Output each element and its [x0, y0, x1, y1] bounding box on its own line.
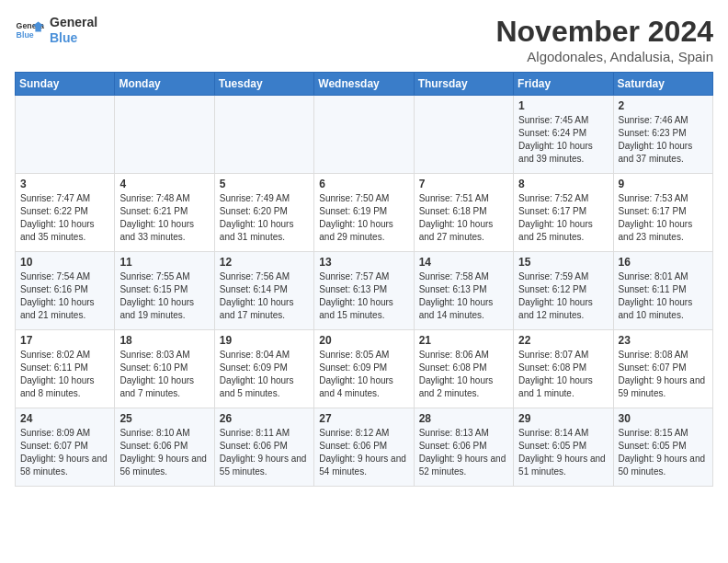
calendar-cell: 7Sunrise: 7:51 AM Sunset: 6:18 PM Daylig… [414, 174, 513, 252]
calendar-cell: 3Sunrise: 7:47 AM Sunset: 6:22 PM Daylig… [16, 174, 115, 252]
calendar-cell: 30Sunrise: 8:15 AM Sunset: 6:05 PM Dayli… [613, 408, 712, 487]
calendar-cell: 2Sunrise: 7:46 AM Sunset: 6:23 PM Daylig… [613, 96, 712, 174]
calendar-cell: 25Sunrise: 8:10 AM Sunset: 6:06 PM Dayli… [115, 408, 214, 487]
day-number: 28 [419, 412, 508, 425]
calendar-cell: 4Sunrise: 7:48 AM Sunset: 6:21 PM Daylig… [115, 174, 214, 252]
day-number: 27 [319, 412, 408, 425]
day-info: Sunrise: 8:03 AM Sunset: 6:10 PM Dayligh… [119, 349, 209, 400]
svg-text:Blue: Blue [17, 30, 34, 40]
day-info: Sunrise: 7:48 AM Sunset: 6:21 PM Dayligh… [119, 192, 209, 244]
header-cell-friday: Friday [514, 73, 613, 96]
day-info: Sunrise: 7:51 AM Sunset: 6:18 PM Dayligh… [419, 192, 508, 244]
calendar-cell: 22Sunrise: 8:07 AM Sunset: 6:08 PM Dayli… [514, 330, 613, 408]
day-number: 8 [518, 178, 608, 190]
day-number: 3 [20, 178, 109, 190]
day-number: 22 [518, 334, 608, 347]
day-number: 23 [619, 334, 708, 347]
calendar-body: 1Sunrise: 7:45 AM Sunset: 6:24 PM Daylig… [16, 96, 713, 487]
calendar-cell [115, 96, 214, 174]
day-info: Sunrise: 8:04 AM Sunset: 6:09 PM Dayligh… [220, 349, 309, 400]
day-number: 29 [518, 412, 608, 425]
calendar-cell [214, 96, 313, 174]
calendar-header: SundayMondayTuesdayWednesdayThursdayFrid… [16, 73, 713, 96]
day-info: Sunrise: 7:49 AM Sunset: 6:20 PM Dayligh… [220, 192, 309, 244]
day-info: Sunrise: 8:12 AM Sunset: 6:06 PM Dayligh… [319, 427, 408, 478]
day-info: Sunrise: 8:01 AM Sunset: 6:11 PM Dayligh… [619, 270, 708, 322]
day-number: 20 [319, 334, 408, 347]
day-number: 11 [119, 256, 209, 269]
calendar-cell: 9Sunrise: 7:53 AM Sunset: 6:17 PM Daylig… [613, 174, 712, 252]
calendar-cell: 29Sunrise: 8:14 AM Sunset: 6:05 PM Dayli… [514, 408, 613, 487]
calendar-cell: 10Sunrise: 7:54 AM Sunset: 6:16 PM Dayli… [16, 252, 115, 330]
day-number: 2 [619, 99, 708, 112]
day-number: 10 [20, 256, 109, 269]
day-info: Sunrise: 8:15 AM Sunset: 6:05 PM Dayligh… [619, 427, 708, 478]
day-number: 1 [518, 99, 608, 112]
calendar-cell: 23Sunrise: 8:08 AM Sunset: 6:07 PM Dayli… [613, 330, 712, 408]
calendar-cell: 12Sunrise: 7:56 AM Sunset: 6:14 PM Dayli… [214, 252, 313, 330]
day-number: 12 [220, 256, 309, 269]
calendar-cell: 11Sunrise: 7:55 AM Sunset: 6:15 PM Dayli… [115, 252, 214, 330]
day-info: Sunrise: 8:08 AM Sunset: 6:07 PM Dayligh… [619, 349, 708, 400]
day-number: 25 [119, 412, 209, 425]
calendar-cell: 16Sunrise: 8:01 AM Sunset: 6:11 PM Dayli… [613, 252, 712, 330]
day-info: Sunrise: 7:59 AM Sunset: 6:12 PM Dayligh… [518, 270, 608, 322]
header-cell-saturday: Saturday [613, 73, 712, 96]
day-number: 9 [619, 178, 708, 190]
day-info: Sunrise: 7:45 AM Sunset: 6:24 PM Dayligh… [518, 114, 608, 166]
calendar-cell: 1Sunrise: 7:45 AM Sunset: 6:24 PM Daylig… [514, 96, 613, 174]
day-info: Sunrise: 7:55 AM Sunset: 6:15 PM Dayligh… [119, 270, 209, 322]
day-number: 14 [419, 256, 508, 269]
week-row-4: 17Sunrise: 8:02 AM Sunset: 6:11 PM Dayli… [16, 330, 713, 408]
day-info: Sunrise: 8:02 AM Sunset: 6:11 PM Dayligh… [20, 349, 109, 400]
logo-icon: General Blue [15, 16, 44, 45]
day-info: Sunrise: 8:05 AM Sunset: 6:09 PM Dayligh… [319, 349, 408, 400]
day-number: 24 [20, 412, 109, 425]
week-row-1: 1Sunrise: 7:45 AM Sunset: 6:24 PM Daylig… [16, 96, 713, 174]
day-number: 4 [119, 178, 209, 190]
day-info: Sunrise: 8:13 AM Sunset: 6:06 PM Dayligh… [419, 427, 508, 478]
header-cell-monday: Monday [115, 73, 214, 96]
header-cell-sunday: Sunday [16, 73, 115, 96]
calendar-cell: 24Sunrise: 8:09 AM Sunset: 6:07 PM Dayli… [16, 408, 115, 487]
calendar-cell: 28Sunrise: 8:13 AM Sunset: 6:06 PM Dayli… [414, 408, 513, 487]
calendar-cell: 17Sunrise: 8:02 AM Sunset: 6:11 PM Dayli… [16, 330, 115, 408]
calendar-cell [314, 96, 414, 174]
calendar-cell: 19Sunrise: 8:04 AM Sunset: 6:09 PM Dayli… [214, 330, 313, 408]
day-number: 5 [220, 178, 309, 190]
month-title: November 2024 [495, 15, 713, 49]
day-number: 13 [319, 256, 408, 269]
day-number: 18 [119, 334, 209, 347]
calendar-cell [16, 96, 115, 174]
day-number: 17 [20, 334, 109, 347]
calendar-cell: 20Sunrise: 8:05 AM Sunset: 6:09 PM Dayli… [314, 330, 414, 408]
header-cell-thursday: Thursday [414, 73, 513, 96]
day-number: 21 [419, 334, 508, 347]
logo-blue: Blue [50, 30, 97, 46]
calendar-cell: 13Sunrise: 7:57 AM Sunset: 6:13 PM Dayli… [314, 252, 414, 330]
day-info: Sunrise: 7:57 AM Sunset: 6:13 PM Dayligh… [319, 270, 408, 322]
header-cell-tuesday: Tuesday [214, 73, 313, 96]
day-number: 6 [319, 178, 408, 190]
day-info: Sunrise: 8:07 AM Sunset: 6:08 PM Dayligh… [518, 349, 608, 400]
page-header: General Blue General Blue November 2024 … [15, 15, 713, 64]
calendar-cell: 6Sunrise: 7:50 AM Sunset: 6:19 PM Daylig… [314, 174, 414, 252]
calendar-cell: 15Sunrise: 7:59 AM Sunset: 6:12 PM Dayli… [514, 252, 613, 330]
title-block: November 2024 Algodonales, Andalusia, Sp… [495, 15, 713, 64]
day-info: Sunrise: 8:06 AM Sunset: 6:08 PM Dayligh… [419, 349, 508, 400]
day-info: Sunrise: 8:10 AM Sunset: 6:06 PM Dayligh… [119, 427, 209, 478]
logo: General Blue General Blue [15, 15, 97, 46]
day-info: Sunrise: 7:56 AM Sunset: 6:14 PM Dayligh… [220, 270, 309, 322]
location: Algodonales, Andalusia, Spain [495, 49, 713, 64]
calendar-cell [414, 96, 513, 174]
day-info: Sunrise: 7:58 AM Sunset: 6:13 PM Dayligh… [419, 270, 508, 322]
day-info: Sunrise: 7:50 AM Sunset: 6:19 PM Dayligh… [319, 192, 408, 244]
calendar-table: SundayMondayTuesdayWednesdayThursdayFrid… [15, 72, 713, 487]
week-row-3: 10Sunrise: 7:54 AM Sunset: 6:16 PM Dayli… [16, 252, 713, 330]
day-number: 15 [518, 256, 608, 269]
calendar-cell: 5Sunrise: 7:49 AM Sunset: 6:20 PM Daylig… [214, 174, 313, 252]
day-number: 16 [619, 256, 708, 269]
calendar-cell: 14Sunrise: 7:58 AM Sunset: 6:13 PM Dayli… [414, 252, 513, 330]
calendar-cell: 8Sunrise: 7:52 AM Sunset: 6:17 PM Daylig… [514, 174, 613, 252]
day-info: Sunrise: 7:53 AM Sunset: 6:17 PM Dayligh… [619, 192, 708, 244]
